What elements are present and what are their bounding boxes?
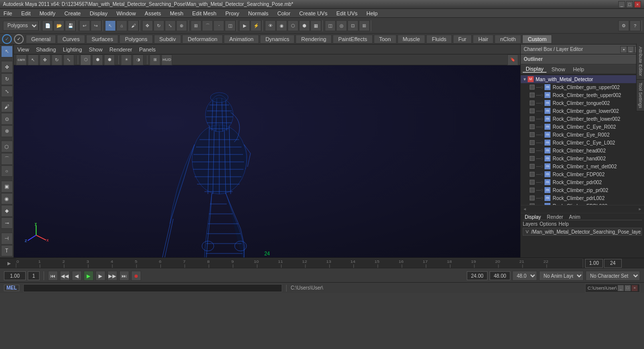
create-curve-tool[interactable]: ⌒ [1, 153, 13, 165]
list-item[interactable]: —○ m Rock_Climber_zip_pr002 [521, 186, 644, 194]
tab-muscle[interactable]: Muscle [397, 35, 426, 44]
record-button[interactable]: ⏺ [131, 271, 141, 281]
shaded-button[interactable]: ⬢ [299, 20, 310, 31]
outliner-item-root[interactable]: ▼ M Man_with_Metal_Detector [521, 75, 644, 83]
accept-button[interactable]: ✓ [2, 34, 12, 44]
visibility-icon[interactable] [530, 164, 535, 169]
title-controls[interactable]: _ □ × [618, 1, 641, 8]
soft-select-tool[interactable]: ⊕ [1, 125, 13, 137]
visibility-icon[interactable] [530, 108, 535, 113]
visibility-icon[interactable] [530, 124, 535, 129]
frame-all-button[interactable]: ⊡ [347, 20, 358, 31]
viewport-canvas[interactable]: .wire { stroke: #2255cc; stroke-width: 0… [14, 65, 520, 257]
vp-hud-button[interactable]: HUD [161, 54, 172, 65]
outliner-tab-help[interactable]: Help [570, 66, 588, 72]
tab-fluids[interactable]: Fluids [426, 35, 451, 44]
visibility-icon[interactable] [530, 140, 535, 145]
menu-proxy[interactable]: Proxy [224, 10, 241, 16]
viewport-menu-panels[interactable]: Panels [138, 47, 157, 52]
tab-toon[interactable]: Toon [374, 35, 396, 44]
cb-options-tab[interactable]: Options [540, 221, 556, 227]
cb-tab-display[interactable]: Display [523, 214, 543, 220]
menu-create-uvs[interactable]: Create UVs [298, 10, 329, 16]
taskbar-close[interactable]: × [632, 285, 638, 291]
mel-input[interactable] [23, 284, 282, 292]
layer-visibility[interactable]: V [524, 229, 530, 234]
new-scene-button[interactable]: 📄 [42, 20, 53, 31]
paint-sel-button[interactable]: 🖌 [128, 20, 139, 31]
current-frame-input[interactable] [4, 271, 26, 280]
menu-window[interactable]: Window [115, 10, 137, 16]
list-item[interactable]: —○ m Rock_Climber_C_Eye_L002 [521, 139, 644, 147]
prev-key-button[interactable]: ◀ [72, 271, 82, 281]
viewport-menu-show[interactable]: Show [88, 47, 104, 52]
maximize-button[interactable]: □ [626, 1, 633, 8]
step-back-button[interactable]: ◀◀ [60, 271, 70, 281]
end-frame-input[interactable] [604, 259, 622, 268]
tab-painteffects[interactable]: PaintEffects [333, 35, 373, 44]
tab-rendering[interactable]: Rendering [296, 35, 332, 44]
viewport-menu-lighting[interactable]: Lighting [61, 47, 84, 52]
taskbar-item[interactable]: C:\Users\User\ _ □ × [585, 284, 640, 293]
outliner-tab-show[interactable]: Show [548, 66, 568, 72]
tab-custom[interactable]: Custom [522, 35, 552, 44]
tab-curves[interactable]: Curves [57, 35, 85, 44]
scale-tool[interactable]: ⤡ [1, 86, 13, 98]
start-frame-input[interactable] [585, 259, 603, 268]
menu-edit[interactable]: Edit [20, 10, 32, 16]
undo-button[interactable]: ↩ [79, 20, 90, 31]
tab-deformation[interactable]: Deformation [182, 35, 223, 44]
list-item[interactable]: —○ m Rock_Climber_gum_lower002 [521, 107, 644, 115]
vp-shadow-button[interactable]: ◑ [133, 54, 144, 65]
wireframe-button[interactable]: ⬡ [288, 20, 298, 31]
layer-row[interactable]: V /Man_with_Metal_Detector_Searching_Pos… [523, 228, 642, 236]
settings-button[interactable]: ⚙ [618, 20, 629, 31]
text-tool[interactable]: T [1, 245, 13, 257]
ep-curve-tool[interactable]: ○ [1, 165, 13, 177]
range-end-input[interactable] [490, 271, 510, 280]
lasso-tool-button[interactable]: ⌂ [116, 20, 127, 31]
close-button[interactable]: × [634, 1, 641, 8]
viewport-menu-view[interactable]: View [16, 47, 31, 52]
cb-help-tab[interactable]: Help [558, 221, 569, 227]
go-start-button[interactable]: ⏮ [48, 271, 58, 281]
outliner-list[interactable]: ▼ M Man_with_Metal_Detector —○ m Rock_Cl… [521, 74, 644, 205]
cb-tab-render[interactable]: Render [545, 214, 565, 220]
timeline-ruler[interactable]: ▶ 0 1 2 3 4 5 [0, 258, 644, 268]
menu-edit-mesh[interactable]: Edit Mesh [191, 10, 218, 16]
vp-select-button[interactable]: ↖ [28, 54, 39, 65]
check-button[interactable]: ✓ [14, 34, 24, 44]
visibility-icon[interactable] [530, 156, 535, 161]
cb-layers-tab[interactable]: Layers [523, 221, 538, 227]
go-end-button[interactable]: ⏭ [119, 271, 129, 281]
vp-wireframe-button[interactable]: ⬡ [80, 54, 91, 65]
play-button[interactable]: ▶ [84, 271, 94, 281]
help-line-button[interactable]: ? [630, 20, 641, 31]
scale-tool-button[interactable]: ⤡ [165, 20, 176, 31]
viewport-menu-renderer[interactable]: Renderer [108, 47, 134, 52]
visibility-icon[interactable] [530, 148, 535, 153]
visibility-icon[interactable] [530, 85, 535, 90]
vp-bookmark-button[interactable]: 🔖 [507, 54, 518, 65]
snap-point-button[interactable]: ⋅ [213, 20, 224, 31]
list-item[interactable]: —○ m Rock_Climber_Eye_R002 [521, 131, 644, 139]
menu-help[interactable]: Help [365, 10, 379, 16]
select-mode-button[interactable]: ↖ [1, 46, 13, 57]
list-item[interactable]: —○ m Rock_Climber_teeth_upper002 [521, 91, 644, 99]
vp-smooth-button[interactable]: ⬢ [104, 54, 115, 65]
menu-assets[interactable]: Assets [143, 10, 162, 16]
minimize-button[interactable]: _ [618, 1, 625, 8]
vp-camera-button[interactable]: cam [16, 54, 27, 65]
visibility-icon[interactable] [530, 93, 535, 98]
tab-polygons[interactable]: Polygons [119, 35, 152, 44]
joint-tool[interactable]: ◆ [1, 205, 13, 217]
menu-modify[interactable]: Modify [38, 10, 57, 16]
tab-ncloth[interactable]: nCloth [495, 35, 521, 44]
visibility-icon[interactable] [530, 132, 535, 137]
menu-create[interactable]: Create [63, 10, 82, 16]
menu-normals[interactable]: Normals [247, 10, 270, 16]
anim-layer-dropdown[interactable]: No Anim Layer [539, 271, 584, 281]
taskbar-box[interactable]: □ [625, 285, 631, 291]
tab-hair[interactable]: Hair [473, 35, 494, 44]
edge-tab-attribute[interactable]: Attribute Editor [637, 44, 644, 80]
